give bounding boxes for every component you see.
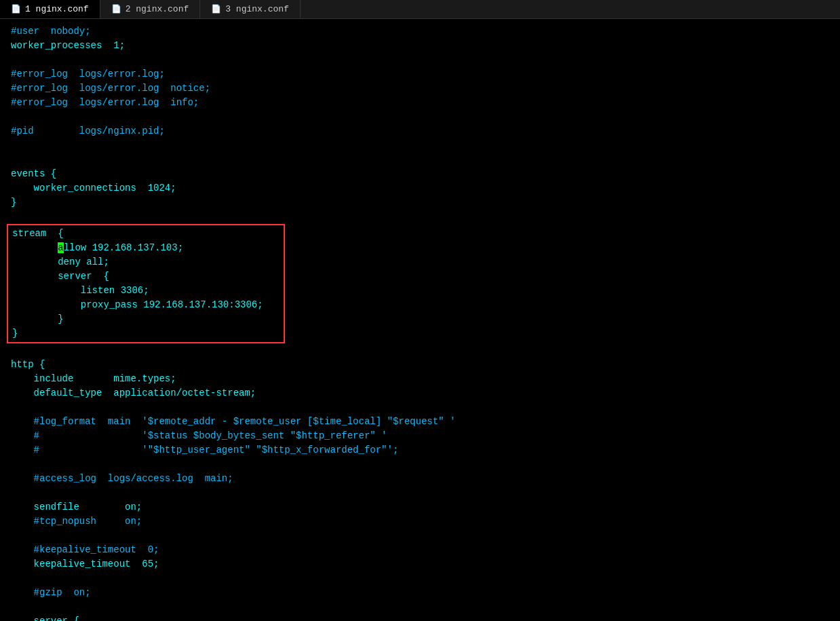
code-line: #error_log logs/error.log notice;	[11, 81, 829, 96]
code-line: #tcp_nopush on;	[11, 514, 829, 529]
code-line: #keepalive_timeout 0;	[11, 543, 829, 557]
editor-container: 📄 1 nginx.conf 📄 2 nginx.conf 📄 3 nginx.…	[0, 0, 840, 621]
code-line: default_type application/octet-stream;	[11, 386, 829, 400]
code-line: http {	[11, 358, 829, 372]
code-line: deny all;	[12, 255, 280, 269]
code-line: worker_processes 1;	[11, 39, 829, 53]
code-line: #log_format main '$remote_addr - $remote…	[11, 415, 829, 429]
code-line: events {	[11, 167, 829, 181]
empty-line	[11, 486, 829, 500]
code-line: listen 3306;	[12, 284, 280, 298]
code-line: proxy_pass 192.168.137.130:3306;	[12, 298, 280, 312]
code-line: }	[12, 312, 280, 326]
code-line: server {	[11, 614, 829, 621]
tab-3[interactable]: 📄 3 nginx.conf	[200, 0, 301, 18]
code-line: # '$status $body_bytes_sent "$http_refer…	[11, 429, 829, 443]
empty-line	[11, 400, 829, 415]
code-line: #error_log logs/error.log info;	[11, 96, 829, 110]
tab-2[interactable]: 📄 2 nginx.conf	[100, 0, 201, 18]
tab-bar: 📄 1 nginx.conf 📄 2 nginx.conf 📄 3 nginx.…	[0, 0, 840, 19]
empty-line	[11, 138, 829, 153]
empty-line	[11, 457, 829, 472]
worker-connections-line: worker_connections 1024;	[11, 181, 829, 195]
code-editor[interactable]: #user nobody; worker_processes 1; #error…	[0, 19, 840, 621]
stream-block: stream { allow 192.168.137.103; deny all…	[7, 224, 285, 343]
code-line: #user nobody;	[11, 24, 829, 39]
code-line: #error_log logs/error.log;	[11, 67, 829, 81]
code-line: server {	[12, 269, 280, 284]
tab-2-icon: 📄	[111, 3, 121, 16]
code-line: keepalive_timeout 65;	[11, 557, 829, 571]
cursor: a	[58, 242, 63, 253]
empty-line	[11, 110, 829, 124]
code-line: }	[11, 195, 829, 210]
tab-3-label: 3 nginx.conf	[225, 3, 289, 16]
code-line: sendfile on;	[11, 500, 829, 514]
empty-line	[11, 600, 829, 614]
code-line: include mime.types;	[11, 372, 829, 386]
empty-line	[11, 153, 829, 167]
empty-line	[11, 343, 829, 358]
tab-1[interactable]: 📄 1 nginx.conf	[0, 0, 100, 18]
empty-line	[11, 571, 829, 586]
code-line: }	[12, 326, 280, 341]
tab-2-label: 2 nginx.conf	[126, 3, 189, 16]
tab-1-icon: 📄	[11, 3, 21, 16]
tab-3-icon: 📄	[211, 3, 221, 16]
code-line: stream {	[12, 227, 280, 241]
empty-line	[11, 210, 829, 224]
code-line: #pid logs/nginx.pid;	[11, 124, 829, 138]
empty-line	[11, 529, 829, 543]
code-line: #access_log logs/access.log main;	[11, 472, 829, 486]
code-line: #gzip on;	[11, 586, 829, 600]
code-line: allow 192.168.137.103;	[12, 241, 280, 255]
tab-1-label: 1 nginx.conf	[25, 3, 89, 16]
code-line: # '"$http_user_agent" "$http_x_forwarded…	[11, 443, 829, 457]
empty-line	[11, 53, 829, 67]
